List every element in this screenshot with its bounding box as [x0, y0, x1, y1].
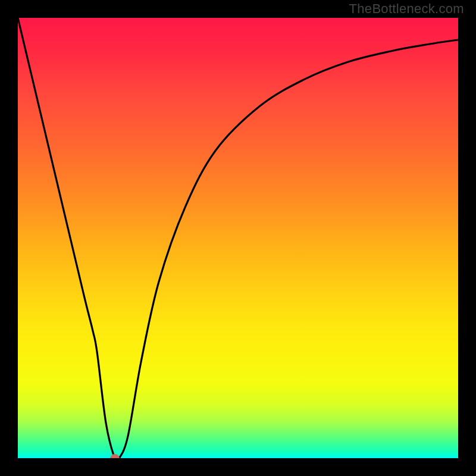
- curve-path: [18, 18, 458, 458]
- line-curve-svg: [18, 18, 458, 458]
- plot-area: [18, 18, 458, 458]
- watermark-text: TheBottleneck.com: [349, 1, 464, 17]
- chart-container: TheBottleneck.com: [0, 0, 476, 476]
